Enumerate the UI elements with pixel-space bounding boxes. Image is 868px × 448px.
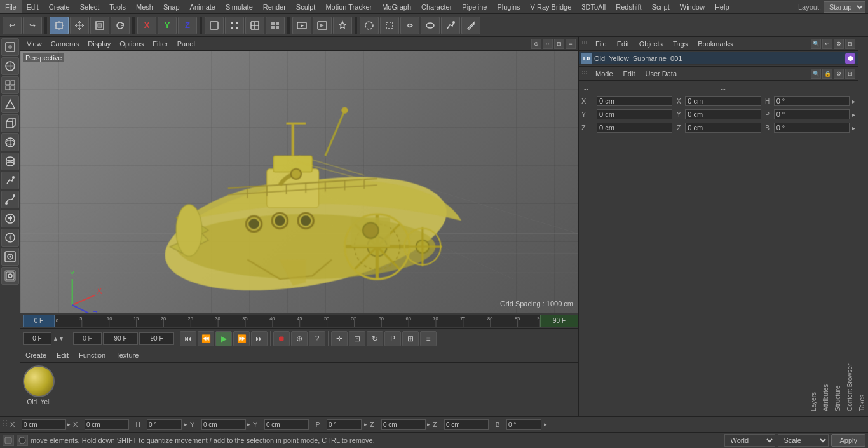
options-menu[interactable]: Options: [116, 40, 147, 48]
sidebar-obj-mode[interactable]: [1, 38, 19, 56]
knife-button[interactable]: [461, 17, 480, 34]
om-bookmarks-menu[interactable]: Bookmarks: [695, 40, 735, 48]
move-view-button[interactable]: ✛: [331, 331, 348, 346]
scale-view-button[interactable]: ⊡: [349, 331, 365, 346]
mat-function-menu[interactable]: Function: [76, 351, 108, 359]
record-button[interactable]: ⏺: [273, 331, 290, 346]
current-frame-field[interactable]: 0 F: [23, 332, 51, 345]
coord-y-arrow[interactable]: ▸: [247, 421, 250, 428]
coord-h-input[interactable]: [147, 419, 182, 430]
ring-select-button[interactable]: [421, 17, 440, 34]
viewport-ctrl-4[interactable]: ≡: [566, 39, 576, 49]
menu-script[interactable]: Script: [647, 0, 675, 13]
display-menu[interactable]: Display: [84, 40, 114, 48]
scale-tool-button[interactable]: [90, 17, 109, 34]
sidebar-grid[interactable]: [1, 76, 19, 94]
sidebar-snap[interactable]: [1, 95, 19, 113]
sidebar-cylinder[interactable]: [1, 153, 19, 170]
sidebar-hair[interactable]: [1, 248, 19, 266]
tab-content-browser[interactable]: Content Browser: [844, 37, 856, 416]
om-file-menu[interactable]: File: [593, 40, 609, 48]
undo-button[interactable]: ↩: [3, 17, 22, 34]
preview-range-end[interactable]: 90 F: [103, 332, 138, 345]
timeline-ruler[interactable]: 0 5 10 15 20 25 30 35 40: [55, 315, 540, 327]
om-edit-menu[interactable]: Edit: [614, 40, 632, 48]
mat-texture-menu[interactable]: Texture: [113, 351, 141, 359]
coord-z-arrow[interactable]: ▸: [427, 421, 430, 428]
menu-create[interactable]: Create: [44, 0, 75, 13]
move-tool-button[interactable]: [70, 17, 89, 34]
menu-help[interactable]: Help: [710, 0, 735, 13]
menu-tools[interactable]: Tools: [104, 0, 131, 13]
attr-z-pos-field[interactable]: 0 cm: [597, 123, 672, 133]
coord-z2-input[interactable]: [444, 419, 489, 430]
edges-mode-button[interactable]: [245, 17, 264, 34]
timeline-end-frame[interactable]: 90 F: [540, 315, 578, 327]
frame-range-end2[interactable]: 90 F: [139, 332, 174, 345]
poly-pen-button[interactable]: [441, 17, 460, 34]
coord-z-input[interactable]: [381, 419, 426, 430]
status-icon-2[interactable]: [17, 435, 28, 446]
attr-mode-menu[interactable]: Mode: [593, 70, 616, 78]
sidebar-cube[interactable]: [1, 114, 19, 132]
cameras-menu[interactable]: Cameras: [47, 40, 83, 48]
loop-select-button[interactable]: [400, 17, 419, 34]
menu-file[interactable]: File: [0, 0, 22, 13]
sidebar-deformer[interactable]: [1, 210, 19, 227]
frame-all-button[interactable]: P: [384, 331, 401, 346]
tab-takes[interactable]: Takes: [856, 37, 868, 416]
om-tags-menu[interactable]: Tags: [670, 40, 690, 48]
coord-x-input[interactable]: [22, 419, 66, 430]
tab-attributes[interactable]: Attributes: [820, 37, 832, 416]
menu-vray[interactable]: V-Ray Bridge: [526, 0, 577, 13]
render-view-button[interactable]: [313, 17, 332, 34]
menu-3dtoall[interactable]: 3DToAll: [576, 0, 611, 13]
render-settings-button[interactable]: [333, 17, 352, 34]
rotate-view-button[interactable]: ↻: [367, 331, 383, 346]
menu-animate[interactable]: Animate: [185, 0, 220, 13]
status-icon-1[interactable]: [3, 435, 14, 446]
sidebar-sphere[interactable]: [1, 133, 19, 151]
viewport-ctrl-1[interactable]: ⊕: [531, 39, 541, 49]
tab-layers[interactable]: Layers: [808, 37, 820, 416]
attr-x-size-field[interactable]: 0 cm: [685, 96, 761, 106]
apply-button[interactable]: Apply: [831, 434, 865, 447]
y-axis-button[interactable]: Y: [158, 17, 177, 34]
om-objects-menu[interactable]: Objects: [637, 40, 665, 48]
menu-plugins[interactable]: Plugins: [492, 0, 525, 13]
attr-y-size-field[interactable]: 0 cm: [685, 109, 761, 119]
menu-render[interactable]: Render: [258, 0, 291, 13]
object-mode-button[interactable]: [205, 17, 224, 34]
menu-character[interactable]: Character: [416, 0, 457, 13]
menu-window[interactable]: Window: [675, 0, 710, 13]
attr-z-size-field[interactable]: 0 cm: [685, 123, 761, 133]
viewport-ctrl-2[interactable]: ↔: [543, 39, 553, 49]
polygons-mode-button[interactable]: [266, 17, 285, 34]
coord-p-input[interactable]: [327, 419, 362, 430]
menu-simulate[interactable]: Simulate: [220, 0, 258, 13]
menu-redshift[interactable]: Redshift: [611, 0, 646, 13]
layout-select[interactable]: Startup: [824, 1, 865, 13]
menu-edit[interactable]: Edit: [22, 0, 44, 13]
menu-snap[interactable]: Snap: [158, 0, 185, 13]
goto-start-button[interactable]: ⏮: [180, 331, 196, 346]
menu-mograph[interactable]: MoGraph: [377, 0, 416, 13]
panel-menu[interactable]: Panel: [173, 40, 199, 48]
live-selection-button[interactable]: [360, 17, 379, 34]
rect-select-button[interactable]: [380, 17, 399, 34]
mat-edit-menu[interactable]: Edit: [54, 351, 71, 359]
play-forward-button[interactable]: ▶: [215, 331, 232, 346]
next-frame-button[interactable]: ⏩: [233, 331, 250, 346]
z-axis-button[interactable]: Z: [178, 17, 197, 34]
goto-end-button[interactable]: ⏭: [251, 331, 268, 346]
x-axis-button[interactable]: X: [137, 17, 156, 34]
sidebar-pen[interactable]: [1, 172, 19, 189]
redo-button[interactable]: ↪: [23, 17, 42, 34]
menu-select[interactable]: Select: [75, 0, 105, 13]
coord-y-input[interactable]: [201, 419, 246, 430]
attr-x-pos-field[interactable]: 0 cm: [597, 96, 672, 106]
menu-pipeline[interactable]: Pipeline: [457, 0, 492, 13]
sidebar-magnet[interactable]: [1, 267, 19, 285]
render-to-picture-button[interactable]: [292, 17, 311, 34]
attr-y-pos-field[interactable]: 0 cm: [597, 109, 672, 119]
